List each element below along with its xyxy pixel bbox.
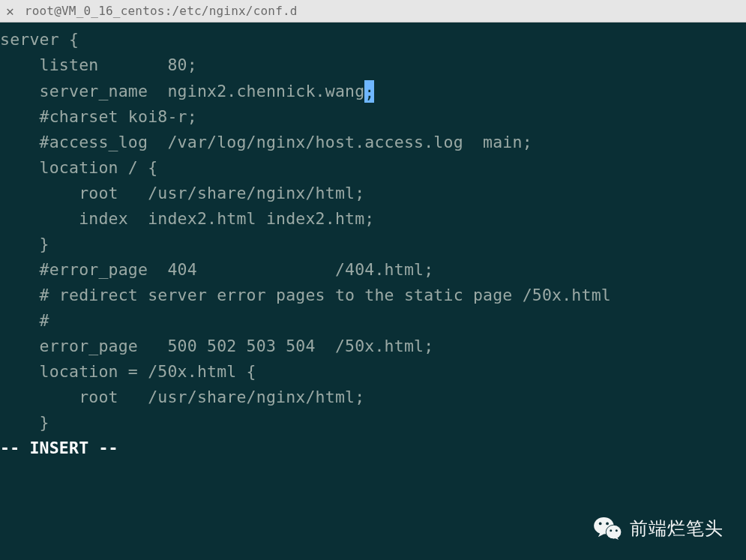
wechat-icon <box>594 517 622 541</box>
code-line: #charset koi8-r; <box>0 104 743 130</box>
code-line: root /usr/share/nginx/html; <box>0 385 743 410</box>
code-line: } <box>0 232 743 257</box>
svg-point-3 <box>606 525 622 539</box>
code-line: listen 80; <box>0 52 743 78</box>
code-line: index index2.html index2.htm; <box>0 206 743 232</box>
text-cursor: ; <box>364 80 374 103</box>
svg-point-2 <box>606 523 609 526</box>
code-line: server { <box>0 27 743 52</box>
code-line: location / { <box>0 155 743 181</box>
code-line: # <box>0 308 743 334</box>
close-icon[interactable]: ✕ <box>6 4 14 18</box>
svg-point-5 <box>616 529 618 532</box>
code-line: #error_page 404 /404.html; <box>0 257 743 283</box>
titlebar: ✕ root@VM_0_16_centos:/etc/nginx/conf.d <box>0 0 746 22</box>
code-text: server_name nginx2.chennick.wang <box>0 82 364 100</box>
code-line: root /usr/share/nginx/html; <box>0 181 743 206</box>
code-line: error_page 500 502 503 504 /50x.html; <box>0 334 743 359</box>
svg-point-4 <box>610 529 612 532</box>
vim-mode-line: -- INSERT -- <box>0 436 743 461</box>
code-line: location = /50x.html { <box>0 359 743 385</box>
svg-point-1 <box>599 523 602 526</box>
window-title: root@VM_0_16_centos:/etc/nginx/conf.d <box>25 4 298 18</box>
code-line: #access_log /var/log/nginx/host.access.l… <box>0 130 743 155</box>
watermark: 前端烂笔头 <box>594 516 724 541</box>
terminal-editor[interactable]: server { listen 80; server_name nginx2.c… <box>0 22 746 560</box>
code-line: # redirect server error pages to the sta… <box>0 283 743 308</box>
code-line: } <box>0 410 743 436</box>
watermark-text: 前端烂笔头 <box>630 516 724 541</box>
code-line: server_name nginx2.chennick.wang; <box>0 78 743 104</box>
